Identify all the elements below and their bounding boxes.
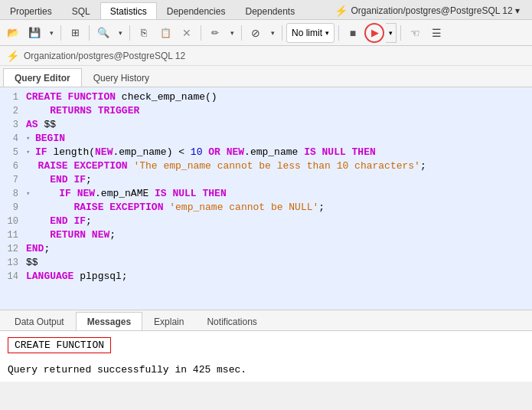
save-button[interactable]: 💾 [24,23,44,43]
code-line-10: 10 END IF; [0,215,532,228]
connection-icon: ⚡ [335,5,348,17]
code-line-8: 8 ▾ IF NEW.emp_nAME IS NULL THEN [0,187,532,201]
tab-explain[interactable]: Explain [142,312,195,330]
paste-button[interactable]: 📋 [155,23,175,43]
output-area: CREATE FUNCTION Query returned successfu… [0,331,532,382]
code-line-3: 3 AS $$ [0,118,532,132]
success-message: Query returned successfully in 425 msec. [8,364,524,376]
run-icon: ▶ [371,27,379,38]
separator-2 [89,25,90,41]
separator-8 [400,25,401,41]
menu-button[interactable]: ☰ [426,23,446,43]
code-line-5: 5 ▾ IF length(NEW.emp_name) < 10 OR NEW.… [0,146,532,159]
separator-6 [282,25,282,41]
table-button[interactable]: ⊞ [65,23,85,43]
open-button[interactable]: 📂 [3,23,23,43]
tab-statistics[interactable]: Statistics [100,2,157,19]
breadcrumb-bar: ⚡ Organization/postgres@PostgreSQL 12 [0,46,532,66]
tab-sql[interactable]: SQL [62,2,100,19]
tab-properties[interactable]: Properties [0,2,62,19]
separator-4 [201,25,201,41]
tab-notifications[interactable]: Notifications [195,312,268,330]
no-limit-dropdown[interactable]: No limit ▾ [286,23,335,43]
tab-bar: Properties SQL Statistics Dependencies D… [0,0,532,20]
sub-tab-bar: Query Editor Query History [0,66,532,87]
code-line-6: 6 RAISE EXCEPTION 'The emp_name cannot b… [0,159,532,173]
tab-messages[interactable]: Messages [76,312,142,330]
tab-dependencies[interactable]: Dependencies [157,2,236,19]
code-line-1: 1 CREATE FUNCTION check_emp_name() [0,90,532,104]
search-dropdown-button[interactable]: ▾ [115,23,126,43]
separator-5 [241,25,242,41]
code-editor[interactable]: 1 CREATE FUNCTION check_emp_name() 2 RET… [0,87,532,310]
code-line-13: 13 $$ [0,256,532,270]
tab-dependents[interactable]: Dependents [235,2,305,19]
code-line-12: 12 END; [0,242,532,256]
code-line-7: 7 END IF; [0,173,532,187]
save-dropdown-button[interactable]: ▾ [46,23,57,43]
code-line-14: 14 LANGUAGE plpgsql; [0,270,532,284]
copy-button[interactable]: ⎘ [134,23,154,43]
breadcrumb-text: Organization/postgres@PostgreSQL 12 [24,51,185,61]
separator-7 [338,25,339,41]
code-line-4: 4 ▾ BEGIN [0,132,532,146]
edit-button[interactable]: ✏ [205,23,225,43]
run-button[interactable]: ▶ [364,23,384,43]
tab-connection[interactable]: ⚡ Organization/postgres@PostgreSQL 12 ▾ [325,2,532,19]
hand-button[interactable]: ☜ [405,23,425,43]
filter-dropdown-button[interactable]: ▾ [267,23,278,43]
breadcrumb-icon: ⚡ [6,50,19,62]
code-line-11: 11 RETURN NEW; [0,228,532,242]
tab-query-history[interactable]: Query History [82,68,161,87]
edit-dropdown-button[interactable]: ▾ [227,23,237,43]
tab-data-output[interactable]: Data Output [3,312,76,330]
no-limit-arrow-icon: ▾ [325,29,329,37]
delete-button[interactable]: ✕ [177,23,197,43]
search-button[interactable]: 🔍 [93,23,113,43]
code-line-9: 9 RAISE EXCEPTION 'emp_name cannot be NU… [0,201,532,215]
create-function-badge: CREATE FUNCTION [8,337,111,353]
code-line-2: 2 RETURNS TRIGGER [0,104,532,118]
toolbar: 📂 💾 ▾ ⊞ 🔍 ▾ ⎘ 📋 ✕ ✏ ▾ ⊘ ▾ No limit ▾ ■ ▶… [0,20,532,46]
bottom-tab-bar: Data Output Messages Explain Notificatio… [0,310,532,331]
stop-button[interactable]: ■ [343,23,363,43]
separator-3 [129,25,130,41]
filter-button[interactable]: ⊘ [246,23,266,43]
tab-query-editor[interactable]: Query Editor [3,68,82,87]
run-dropdown-button[interactable]: ▾ [386,23,397,43]
separator-1 [60,25,61,41]
